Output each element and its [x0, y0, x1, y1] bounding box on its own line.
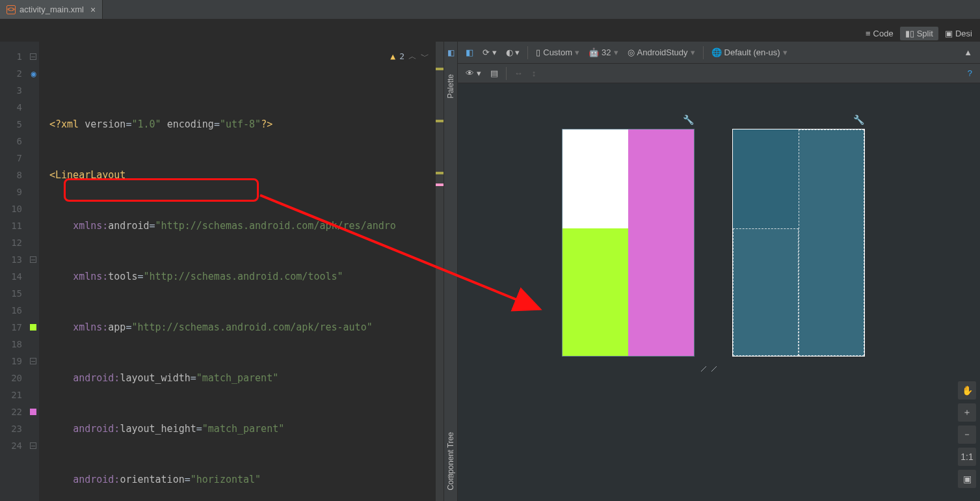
- orientation-icon[interactable]: ⟳ ▾: [480, 46, 499, 59]
- resize-v-icon[interactable]: ↕: [529, 67, 539, 79]
- zoom-out-icon[interactable]: －: [958, 426, 976, 444]
- blueprint-child-right[interactable]: [799, 129, 864, 356]
- fold-icon[interactable]: [30, 358, 36, 364]
- color-swatch-icon[interactable]: [30, 324, 36, 331]
- phone-icon: ▯: [536, 47, 540, 57]
- warning-icon[interactable]: ▲: [961, 46, 975, 59]
- app-theme-label: AndroidStudy: [637, 47, 688, 57]
- line-number: 19: [11, 356, 22, 366]
- line-number: 7: [17, 153, 22, 163]
- code-editor[interactable]: <?xml version="1.0" encoding="utf-8"?> <…: [39, 42, 444, 501]
- chevron-up-icon[interactable]: ︿: [408, 48, 417, 65]
- line-number: 6: [17, 136, 22, 146]
- zoom-toolbar: ✋ ＋ － 1:1 ▣: [958, 381, 976, 488]
- view-mode-split[interactable]: ▮▯ Split: [900, 27, 938, 40]
- fold-icon[interactable]: [30, 442, 36, 449]
- line-number: 11: [11, 221, 22, 231]
- palette-strip[interactable]: Palette Component Tree ◧ ◎: [444, 42, 458, 501]
- line-number: 15: [11, 288, 22, 299]
- line-number: 23: [11, 424, 22, 434]
- view-mode-bar: ≡ Code ▮▯ Split ▣ Desi: [860, 25, 980, 42]
- night-mode-icon[interactable]: ◐ ▾: [503, 46, 523, 59]
- line-number: 8: [17, 170, 22, 180]
- resize-corner-icon[interactable]: ⟋⟋: [698, 363, 719, 375]
- line-number: 9: [17, 187, 22, 197]
- line-number: 4: [17, 102, 22, 113]
- line-number: 5: [17, 119, 22, 129]
- view-mode-design-label: Desi: [955, 29, 972, 38]
- device-label: Custom: [543, 47, 572, 57]
- design-toolbar: ◧ ⟳ ▾ ◐ ▾ ▯ Custom ▾ 🤖 32 ▾ ◎ AndroidStu…: [458, 42, 980, 64]
- line-number: 22: [11, 407, 22, 417]
- inspection-summary[interactable]: ▲ 2 ︿ ﹀: [390, 48, 429, 65]
- close-icon[interactable]: ×: [90, 5, 96, 15]
- zoom-reset-button[interactable]: 1:1: [958, 448, 976, 466]
- line-number: 3: [17, 85, 22, 96]
- preview-child-pink[interactable]: [628, 129, 694, 356]
- line-number: 12: [11, 237, 22, 248]
- design-pane: ◧ ⟳ ▾ ◐ ▾ ▯ Custom ▾ 🤖 32 ▾ ◎ AndroidStu…: [458, 42, 980, 501]
- blueprint-child-left[interactable]: [733, 228, 799, 356]
- layout-preview-render[interactable]: [562, 129, 695, 357]
- fit-screen-icon[interactable]: ▣: [958, 470, 976, 488]
- wrench-icon[interactable]: 🔧: [683, 115, 694, 125]
- line-number: 14: [11, 271, 22, 282]
- app-theme-selector[interactable]: ◎ AndroidStudy ▾: [625, 46, 698, 59]
- chevron-down-icon[interactable]: ﹀: [421, 48, 429, 65]
- locale-label: Default (en-us): [724, 47, 780, 57]
- chevron-down-icon: ▾: [691, 47, 695, 57]
- resize-h-icon[interactable]: ↔: [512, 67, 525, 79]
- warning-icon: ▲: [390, 48, 395, 65]
- api-label: 32: [602, 47, 611, 57]
- tree-icon: ◎: [447, 471, 454, 480]
- split-view: 1 2◉ 3 4 5 6 7 8 9 10 11 12 13 14 15 16 …: [0, 42, 980, 501]
- view-mode-split-label: Split: [917, 29, 933, 38]
- line-number: 13: [11, 254, 22, 265]
- layers-icon[interactable]: ▤: [488, 67, 501, 79]
- chevron-down-icon: ▾: [614, 47, 618, 57]
- surface-icon[interactable]: ◧: [463, 46, 476, 59]
- file-tab[interactable]: <> activity_main.xml ×: [0, 0, 103, 19]
- locale-selector[interactable]: 🌐 Default (en-us) ▾: [709, 46, 790, 59]
- view-mode-code-label: Code: [873, 29, 894, 38]
- pan-icon[interactable]: ✋: [958, 381, 976, 399]
- globe-icon: 🌐: [711, 47, 722, 57]
- line-number: 21: [11, 390, 22, 400]
- code-pane: 1 2◉ 3 4 5 6 7 8 9 10 11 12 13 14 15 16 …: [0, 42, 444, 501]
- line-number: 16: [11, 305, 22, 316]
- tab-bar: <> activity_main.xml ×: [0, 0, 980, 20]
- line-number: 17: [11, 322, 22, 332]
- scrollbar[interactable]: [436, 42, 444, 501]
- android-icon: 🤖: [589, 47, 599, 57]
- chevron-down-icon: ▾: [783, 47, 788, 57]
- xml-file-icon: <>: [7, 5, 16, 14]
- warning-count: 2: [399, 48, 404, 65]
- api-selector[interactable]: 🤖 32 ▾: [586, 46, 620, 59]
- line-number: 18: [11, 339, 22, 349]
- fold-icon[interactable]: [30, 53, 36, 60]
- palette-icon: ◧: [447, 48, 455, 57]
- line-number: 10: [11, 204, 22, 214]
- line-number: 2: [17, 68, 22, 79]
- design-canvas[interactable]: 🔧 🔧 ⟋⟋ ✋ ＋ － 1:1 ▣: [458, 83, 980, 501]
- help-icon[interactable]: ?: [965, 67, 975, 79]
- preview-child-green[interactable]: [563, 228, 628, 356]
- eye-icon[interactable]: 👁 ▾: [463, 67, 484, 79]
- color-swatch-icon[interactable]: [30, 409, 36, 415]
- line-number: 1: [17, 51, 22, 62]
- component-tree-label: Component Tree: [446, 432, 455, 490]
- wrench-icon[interactable]: 🔧: [853, 115, 864, 125]
- view-mode-design[interactable]: ▣ Desi: [940, 27, 977, 40]
- design-toolbar-secondary: 👁 ▾ ▤ ↔ ↕ ?: [458, 64, 980, 83]
- zoom-in-icon[interactable]: ＋: [958, 403, 976, 422]
- layout-preview-blueprint[interactable]: [732, 129, 865, 357]
- device-selector[interactable]: ▯ Custom ▾: [533, 46, 582, 59]
- image-icon: ▣: [945, 29, 953, 38]
- list-icon: ≡: [866, 29, 871, 38]
- fold-icon[interactable]: [30, 256, 36, 263]
- class-gutter-icon[interactable]: ◉: [31, 65, 36, 82]
- file-tab-label: activity_main.xml: [20, 5, 84, 14]
- line-number: 24: [11, 440, 22, 451]
- chevron-down-icon: ▾: [575, 47, 579, 57]
- view-mode-code[interactable]: ≡ Code: [860, 27, 899, 40]
